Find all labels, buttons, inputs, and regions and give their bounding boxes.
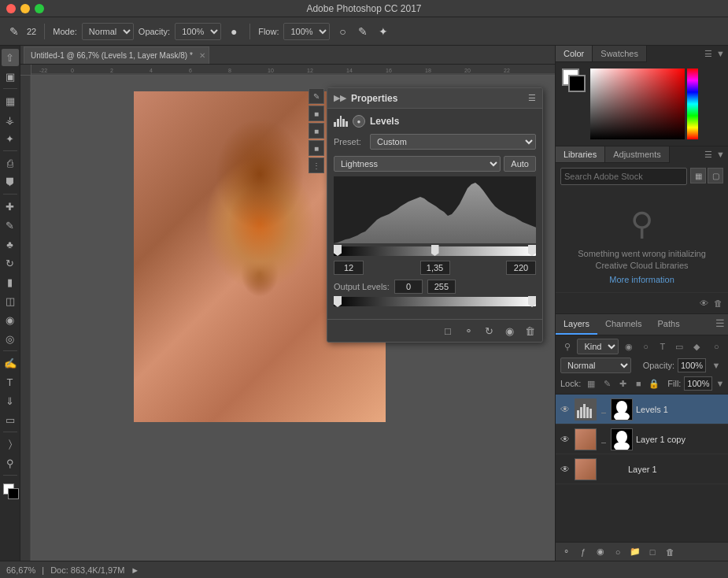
output-high-input[interactable]	[427, 280, 456, 294]
layer-visibility-layer1copy[interactable]: 👁	[559, 433, 571, 446]
lib-list-view-btn[interactable]: ▢	[708, 168, 723, 183]
panel-side-icon-3[interactable]: ■	[309, 123, 324, 139]
panel-side-icon-5[interactable]: ⋮	[309, 157, 324, 173]
eraser-tool[interactable]: ▮	[2, 273, 19, 291]
tab-layers[interactable]: Layers	[556, 314, 597, 335]
symmetry-icon[interactable]: ✦	[375, 24, 391, 39]
clone-tool[interactable]: ♣	[2, 235, 19, 253]
kind-select[interactable]: Kind	[577, 339, 619, 354]
libraries-delete-icon[interactable]: 🗑	[711, 296, 725, 310]
heal-tool[interactable]: ✚	[2, 198, 19, 215]
brush-tool[interactable]: ✎	[2, 217, 19, 234]
color-panel-menu[interactable]: ☰	[704, 49, 712, 59]
close-tab-icon[interactable]: ✕	[199, 51, 205, 60]
panel-side-icon-2[interactable]: ■	[309, 106, 324, 121]
background-swatch[interactable]	[568, 75, 586, 92]
mode-select[interactable]: Normal	[82, 23, 134, 40]
new-layer-icon[interactable]: □	[645, 545, 660, 559]
reset-icon[interactable]: ↻	[481, 323, 497, 339]
tab-libraries[interactable]: Libraries	[556, 146, 605, 162]
tab-paths[interactable]: Paths	[650, 314, 688, 335]
blur-tool[interactable]: ◉	[2, 311, 19, 328]
hand-tool[interactable]: 〉	[2, 435, 19, 453]
tab-color[interactable]: Color	[556, 46, 593, 61]
lasso-tool[interactable]: ⚶	[2, 111, 19, 128]
gradient-tool[interactable]: ◫	[2, 292, 19, 309]
opacity-select[interactable]: 100%	[175, 23, 221, 40]
filter-type-type[interactable]: T	[656, 339, 669, 354]
output-highlight-handle[interactable]	[528, 296, 536, 307]
move-tool[interactable]: ⇧	[2, 49, 19, 66]
close-button[interactable]	[6, 4, 16, 13]
artboard-tool[interactable]: ▣	[2, 68, 19, 85]
eyedropper-tool[interactable]: ⛊	[2, 173, 19, 191]
libraries-panel-collapse[interactable]: ▼	[716, 150, 725, 159]
panel-expand-icon[interactable]: ▶▶	[334, 93, 346, 103]
clip-to-layer-icon[interactable]: □	[440, 323, 456, 339]
lock-pixels-icon[interactable]: ✎	[600, 376, 614, 391]
libraries-eye-icon[interactable]: 👁	[697, 296, 711, 310]
hue-strip[interactable]	[687, 69, 698, 139]
history-brush-tool[interactable]: ↻	[2, 254, 19, 272]
pressure-opacity-icon[interactable]: ●	[226, 24, 242, 39]
color-panel-collapse[interactable]: ▼	[716, 49, 725, 58]
marquee-tool[interactable]: ▦	[2, 92, 19, 109]
zoom-tool[interactable]: ⚲	[2, 454, 19, 472]
lock-artboards-icon[interactable]: ■	[631, 376, 645, 391]
add-mask-icon[interactable]: ◉	[593, 545, 608, 559]
blend-mode-select[interactable]: Normal	[560, 358, 631, 373]
input-midtone-handle[interactable]	[431, 245, 439, 256]
filter-type-adjust[interactable]: ○	[639, 339, 652, 354]
dodge-tool[interactable]: ◎	[2, 330, 19, 347]
libraries-search-input[interactable]	[560, 168, 687, 185]
lock-transparent-icon[interactable]: ▦	[584, 376, 598, 391]
erase-icon[interactable]: ✎	[355, 24, 371, 39]
filter-icon[interactable]: ⚲	[560, 339, 574, 354]
quick-select-tool[interactable]: ✦	[2, 130, 19, 147]
input-shadow-handle[interactable]	[334, 245, 342, 256]
background-color[interactable]	[8, 488, 19, 499]
channel-select[interactable]: Lightness	[334, 156, 501, 172]
tab-channels[interactable]: Channels	[597, 314, 649, 335]
type-tool[interactable]: T	[2, 373, 19, 391]
filter-type-smart[interactable]: ◆	[689, 339, 703, 354]
brush-tool-icon[interactable]: ✎	[6, 24, 22, 39]
flow-select[interactable]: 100%	[283, 23, 330, 40]
filter-toggle[interactable]: ○	[710, 339, 723, 354]
opacity-input[interactable]	[678, 358, 706, 372]
fill-arrow-icon[interactable]: ▼	[715, 376, 724, 391]
crop-tool[interactable]: ⎙	[2, 154, 19, 172]
panel-side-icon-4[interactable]: ■	[309, 140, 324, 156]
add-style-icon[interactable]: ƒ	[576, 545, 590, 559]
path-select-tool[interactable]: ⇓	[2, 392, 19, 409]
tab-swatches[interactable]: Swatches	[593, 46, 647, 61]
link-layers-icon[interactable]: ⚬	[559, 545, 573, 559]
layers-panel-menu[interactable]: ☰	[715, 317, 725, 329]
levels-visibility-toggle[interactable]: ●	[353, 115, 365, 128]
visibility-icon[interactable]: ◉	[501, 323, 517, 339]
auto-button[interactable]: Auto	[504, 156, 536, 172]
new-group-icon[interactable]: 📁	[628, 545, 642, 559]
pen-tool[interactable]: ✍	[2, 354, 19, 372]
lock-all-icon[interactable]: 🔒	[647, 376, 661, 391]
fill-input[interactable]	[684, 376, 712, 391]
tab-adjustments[interactable]: Adjustments	[605, 146, 670, 162]
properties-panel-header[interactable]: ▶▶ Properties ☰	[327, 88, 542, 109]
input-low-value[interactable]	[334, 261, 364, 275]
input-highlight-handle[interactable]	[528, 245, 536, 256]
layer-item-layer1[interactable]: 👁 Layer 1	[556, 454, 728, 484]
input-mid-value[interactable]	[420, 261, 450, 275]
delete-layer-icon[interactable]: 🗑	[663, 545, 677, 559]
libraries-panel-menu[interactable]: ☰	[704, 150, 712, 160]
layer-visibility-levels1[interactable]: 👁	[559, 403, 571, 416]
maximize-button[interactable]	[35, 4, 44, 13]
panel-side-icon-1[interactable]: ✎	[309, 88, 324, 104]
layer-visibility-layer1[interactable]: 👁	[559, 463, 571, 476]
preset-select[interactable]: Custom	[370, 134, 536, 150]
layer-item-levels1[interactable]: 👁 ⎯	[556, 395, 728, 424]
lib-grid-view-btn[interactable]: ▦	[690, 168, 706, 183]
opacity-arrow-icon[interactable]: ▼	[709, 358, 723, 372]
output-shadow-handle[interactable]	[334, 296, 342, 307]
lock-position-icon[interactable]: ✚	[615, 376, 630, 391]
panel-menu-icon[interactable]: ☰	[528, 93, 536, 103]
